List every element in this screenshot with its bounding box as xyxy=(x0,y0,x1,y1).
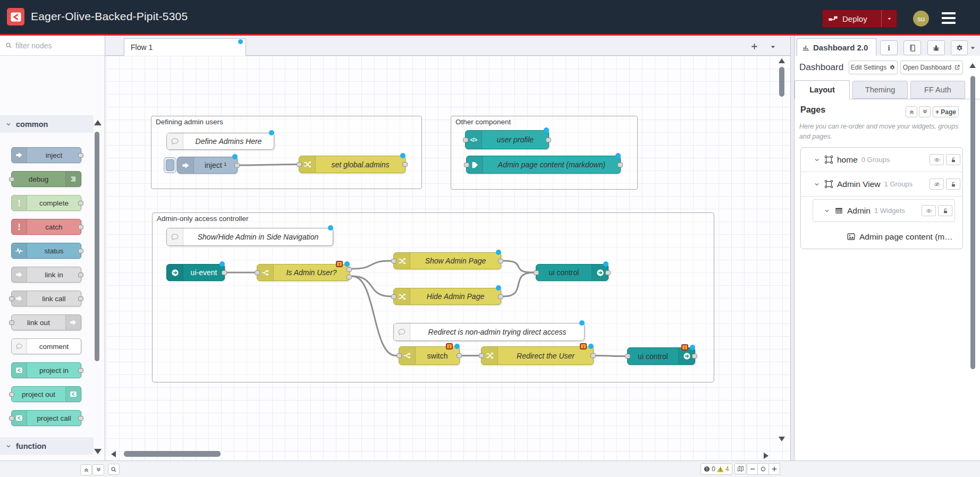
flow-node-ui-control[interactable]: ui control xyxy=(536,264,609,281)
output-port-1[interactable] xyxy=(402,162,408,167)
palette[interactable]: commoninjectdebugcompletecatchstatuslink… xyxy=(0,56,105,461)
input-port[interactable] xyxy=(479,353,484,358)
info-tab-button[interactable]: i xyxy=(880,40,898,55)
zoom-out-button[interactable] xyxy=(747,463,758,475)
input-port[interactable] xyxy=(255,270,260,275)
output-port-1[interactable] xyxy=(605,270,611,275)
palette-node-comment[interactable]: comment xyxy=(11,338,81,354)
debug-tab-button[interactable] xyxy=(927,40,945,55)
palette-node-project-in[interactable]: project in xyxy=(11,362,81,378)
flow-list-button[interactable] xyxy=(770,44,776,50)
lock-button[interactable] xyxy=(946,178,960,190)
input-port[interactable] xyxy=(396,353,402,358)
zoom-reset-button[interactable] xyxy=(758,463,769,475)
palette-scroll-up[interactable] xyxy=(94,120,102,125)
output-port[interactable] xyxy=(78,272,83,277)
input-port[interactable] xyxy=(9,296,14,301)
palette-category-common[interactable]: common xyxy=(0,115,94,133)
output-port-1[interactable] xyxy=(457,353,462,358)
add-page-button[interactable]: + Page xyxy=(933,106,959,117)
palette-node-link-out[interactable]: link out xyxy=(11,314,81,330)
tree-row-home[interactable]: home0 Groups xyxy=(801,148,962,172)
tab-flow-1[interactable]: Flow 1 xyxy=(124,38,246,56)
input-port[interactable] xyxy=(391,259,396,263)
flow-node-switch[interactable]: switch! xyxy=(399,346,460,365)
input-port[interactable] xyxy=(9,416,14,421)
tree-row-Admin[interactable]: Admin1 Widgets xyxy=(813,200,954,222)
tab-layout[interactable]: Layout xyxy=(795,80,850,99)
input-port[interactable] xyxy=(625,354,630,359)
edit-settings-button[interactable]: Edit Settings xyxy=(849,61,898,74)
output-port[interactable] xyxy=(78,201,83,206)
config-tab-button[interactable] xyxy=(951,40,968,55)
visibility-button[interactable] xyxy=(922,205,936,216)
palette-node-inject[interactable]: inject xyxy=(11,147,81,163)
canvas-scroll-down[interactable] xyxy=(779,437,785,441)
tab-ff-auth[interactable]: FF Auth xyxy=(910,81,965,99)
deploy-button[interactable]: Deploy xyxy=(822,10,897,28)
palette-node-project-out[interactable]: project out xyxy=(11,386,81,402)
lock-button[interactable] xyxy=(938,205,952,216)
canvas-scroll-left[interactable] xyxy=(111,451,116,457)
sidebar-scrollbar-thumb[interactable] xyxy=(970,76,975,369)
flow-node-set-global-admins[interactable]: set global.admins xyxy=(299,156,405,173)
input-port[interactable] xyxy=(463,138,468,142)
output-port[interactable] xyxy=(78,153,83,158)
palette-collapse-categories-button[interactable] xyxy=(80,464,92,475)
output-port-1[interactable] xyxy=(222,270,227,275)
sidebar-scroll-up[interactable] xyxy=(969,63,976,68)
canvas-search-button[interactable] xyxy=(108,464,120,475)
palette-category-function[interactable]: function xyxy=(0,437,94,455)
input-port[interactable] xyxy=(9,177,14,182)
flow-node-Admin-page-content-markdown-[interactable]: Admin page content (markdown) xyxy=(466,156,621,174)
palette-scroll-down[interactable] xyxy=(94,449,102,454)
main-menu-button[interactable] xyxy=(942,12,956,24)
canvas-hscrollbar-thumb[interactable] xyxy=(124,451,221,457)
tree-row-Admin-page-content-m-[interactable]: Admin page content (m… xyxy=(801,225,962,249)
flow-node-Is-Admin-User-[interactable]: Is Admin User?! xyxy=(257,264,350,281)
palette-node-catch[interactable]: catch xyxy=(11,219,81,235)
input-port[interactable] xyxy=(9,392,14,397)
output-port[interactable] xyxy=(78,249,83,253)
palette-node-link-call[interactable]: link call xyxy=(11,291,81,306)
output-port-1[interactable] xyxy=(234,163,240,168)
output-port[interactable] xyxy=(78,416,83,421)
output-port-1[interactable] xyxy=(347,267,352,272)
wire-show-to-uic1[interactable] xyxy=(504,261,533,272)
flow-node-Redirect-is-non-admin-trying-direct-access[interactable]: Redirect is non-admin trying direct acce… xyxy=(393,323,585,341)
tree-row-Admin-View[interactable]: Admin View1 Groups xyxy=(801,172,962,197)
input-port[interactable] xyxy=(534,270,539,275)
wire-isadmin-to-show[interactable] xyxy=(352,261,391,269)
flow-node-user-profile[interactable]: </>user profile xyxy=(465,130,549,149)
sidebar-resize-handle[interactable] xyxy=(790,36,795,477)
sidebar-tabs-caret[interactable] xyxy=(969,45,976,52)
canvas-scroll-right[interactable] xyxy=(764,453,768,459)
flow-node-Hide-Admin-Page[interactable]: Hide Admin Page xyxy=(393,288,501,305)
canvas-vscrollbar-thumb[interactable] xyxy=(779,67,784,97)
navigator-button[interactable] xyxy=(734,463,746,474)
output-port-1[interactable] xyxy=(618,163,623,167)
output-port-1[interactable] xyxy=(546,138,551,142)
palette-expand-categories-button[interactable] xyxy=(92,464,104,475)
lock-button[interactable] xyxy=(946,154,960,165)
output-port[interactable] xyxy=(78,296,83,301)
output-port-1[interactable] xyxy=(498,259,503,263)
input-port[interactable] xyxy=(9,320,14,325)
output-port-1[interactable] xyxy=(590,353,596,358)
palette-node-project-call[interactable]: project call xyxy=(11,410,81,426)
zoom-in-button[interactable] xyxy=(769,463,780,475)
palette-scrollbar-thumb[interactable] xyxy=(95,132,99,361)
flow-canvas[interactable]: Defining admin usersOther componentAdmin… xyxy=(106,56,790,461)
visibility-button[interactable] xyxy=(930,154,944,165)
add-flow-button[interactable] xyxy=(750,42,758,50)
flow-node-Show-Hide-Admin-in-Side-Navigation[interactable]: Show/Hide Admin in Side Navigation xyxy=(166,228,333,246)
input-port[interactable] xyxy=(464,163,469,167)
palette-node-link-in[interactable]: link in xyxy=(11,267,81,283)
wire-hide-to-uic1[interactable] xyxy=(504,272,533,296)
flow-node-Define-Admins-Here[interactable]: Define Admins Here xyxy=(166,133,274,150)
flow-node-Show-Admin-Page[interactable]: Show Admin Page xyxy=(393,252,501,269)
open-dashboard-button[interactable]: Open Dashboard xyxy=(900,61,963,74)
avatar[interactable]: su xyxy=(913,11,929,27)
flow-node-ui-event[interactable]: ui-event xyxy=(166,264,225,281)
notification-counts[interactable]: 0 4 xyxy=(700,463,732,475)
